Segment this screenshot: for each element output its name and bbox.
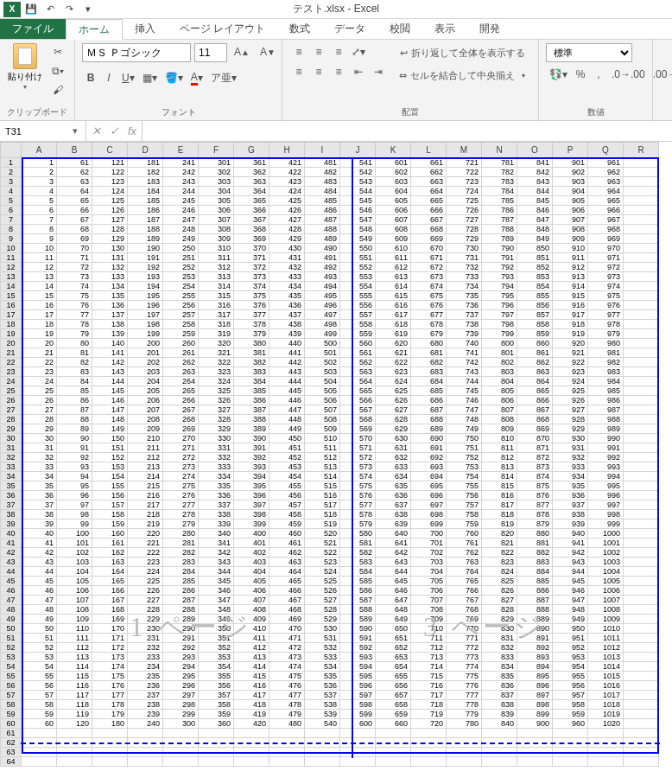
col-header[interactable]: D (128, 143, 163, 158)
cell[interactable]: 70 (57, 244, 92, 253)
cell[interactable]: 224 (128, 567, 163, 577)
cell[interactable]: 151 (92, 443, 128, 453)
accounting-format-icon[interactable]: 💱▾ (546, 66, 571, 83)
cell[interactable]: 894 (517, 662, 553, 672)
cell[interactable]: 87 (57, 405, 92, 415)
cell[interactable]: 479 (269, 710, 305, 719)
cell[interactable]: 807 (482, 405, 517, 415)
cell[interactable]: 308 (199, 225, 234, 234)
cell[interactable]: 596 (340, 681, 376, 691)
cell[interactable]: 600 (340, 719, 376, 729)
cell[interactable] (447, 729, 482, 738)
cell[interactable]: 973 (588, 272, 624, 282)
cell[interactable]: 64 (57, 187, 92, 196)
cell[interactable]: 825 (482, 577, 517, 586)
cell[interactable]: 926 (553, 396, 588, 405)
cell[interactable] (340, 757, 376, 767)
cell[interactable]: 940 (553, 529, 588, 539)
cell[interactable]: 193 (128, 272, 163, 282)
cell[interactable]: 10 (22, 244, 57, 253)
cell[interactable] (163, 757, 199, 767)
cell[interactable]: 348 (199, 605, 234, 615)
cell[interactable]: 765 (447, 577, 482, 586)
cell[interactable]: 590 (340, 624, 376, 634)
cell[interactable] (163, 729, 199, 738)
cell[interactable]: 627 (376, 405, 411, 415)
cell[interactable]: 416 (234, 681, 269, 691)
cell[interactable]: 649 (376, 615, 411, 624)
row-header[interactable]: 22 (1, 358, 22, 367)
cell[interactable]: 39 (22, 519, 57, 529)
cell[interactable]: 90 (57, 434, 92, 443)
cell[interactable]: 938 (553, 510, 588, 519)
cell[interactable]: 482 (305, 168, 340, 177)
cell[interactable] (624, 634, 659, 643)
cut-icon[interactable]: ✂ (48, 43, 67, 61)
cell[interactable]: 848 (517, 225, 553, 234)
cell[interactable]: 791 (482, 253, 517, 263)
cell[interactable]: 566 (340, 396, 376, 405)
align-right-icon[interactable]: ≡ (329, 63, 348, 80)
cell[interactable] (447, 757, 482, 767)
cell[interactable]: 704 (411, 567, 447, 577)
cell[interactable]: 1003 (588, 558, 624, 567)
cell[interactable]: 277 (163, 500, 199, 510)
cell[interactable]: 449 (269, 424, 305, 434)
row-header[interactable]: 1 (1, 158, 22, 168)
cell[interactable]: 910 (553, 244, 588, 253)
cell[interactable] (376, 757, 411, 767)
cell[interactable]: 323 (199, 367, 234, 377)
cell[interactable]: 770 (447, 624, 482, 634)
cell[interactable]: 329 (199, 424, 234, 434)
cell[interactable]: 65 (57, 196, 92, 206)
cell[interactable]: 425 (269, 196, 305, 206)
row-header[interactable]: 11 (1, 253, 22, 263)
cell[interactable]: 23 (22, 367, 57, 377)
cell[interactable]: 535 (305, 672, 340, 681)
cell[interactable]: 660 (376, 719, 411, 729)
cell[interactable]: 477 (269, 691, 305, 700)
cell[interactable]: 44 (22, 567, 57, 577)
cell[interactable]: 55 (22, 672, 57, 681)
cell[interactable]: 518 (305, 510, 340, 519)
cell[interactable] (624, 472, 659, 481)
cell[interactable] (199, 757, 234, 767)
cell[interactable]: 228 (128, 605, 163, 615)
row-header[interactable]: 55 (1, 672, 22, 681)
cell[interactable]: 797 (482, 310, 517, 320)
cell[interactable]: 768 (447, 605, 482, 615)
row-header[interactable]: 42 (1, 548, 22, 558)
cell[interactable]: 167 (92, 596, 128, 605)
cell[interactable]: 476 (269, 681, 305, 691)
cell[interactable]: 620 (376, 339, 411, 348)
cell[interactable]: 553 (340, 272, 376, 282)
cell[interactable]: 738 (447, 320, 482, 329)
cell[interactable]: 669 (411, 234, 447, 244)
cell[interactable]: 54 (22, 662, 57, 672)
cell[interactable]: 227 (128, 596, 163, 605)
cell[interactable]: 432 (269, 263, 305, 272)
cell[interactable]: 612 (376, 263, 411, 272)
cell[interactable]: 129 (92, 234, 128, 244)
cell[interactable]: 816 (482, 491, 517, 500)
cell[interactable]: 515 (305, 481, 340, 491)
cell[interactable] (624, 719, 659, 729)
cell[interactable]: 388 (234, 415, 269, 424)
cell[interactable]: 207 (128, 405, 163, 415)
font-color-button[interactable]: A▾ (187, 69, 206, 86)
cell[interactable]: 32 (22, 453, 57, 462)
cell[interactable] (624, 615, 659, 624)
cell[interactable]: 949 (553, 615, 588, 624)
cell[interactable]: 146 (92, 396, 128, 405)
cell[interactable]: 822 (482, 548, 517, 558)
cell[interactable] (376, 748, 411, 757)
cell[interactable]: 543 (340, 177, 376, 187)
cell[interactable]: 928 (553, 415, 588, 424)
cell[interactable]: 216 (128, 491, 163, 500)
cell[interactable] (92, 757, 128, 767)
cell[interactable]: 618 (376, 320, 411, 329)
cell[interactable]: 333 (199, 462, 234, 472)
cell[interactable]: 230 (128, 624, 163, 634)
row-header[interactable]: 45 (1, 577, 22, 586)
row-header[interactable]: 40 (1, 529, 22, 539)
